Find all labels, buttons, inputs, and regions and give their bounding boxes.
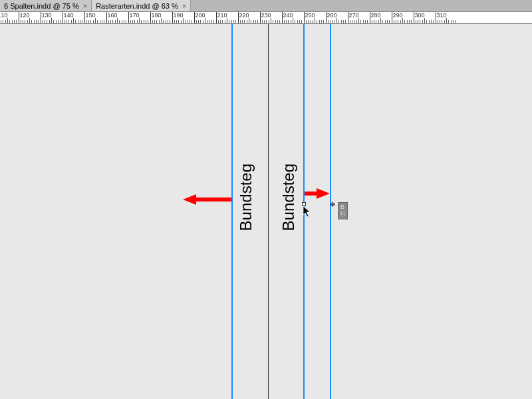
ruler-tick-minor bbox=[112, 20, 113, 23]
ruler-tick-minor bbox=[338, 20, 339, 23]
close-icon[interactable]: × bbox=[182, 2, 186, 10]
ruler-tick-minor bbox=[420, 20, 420, 23]
tab-bar: 6 Spalten.indd @ 75 % × Rasterarten.indd… bbox=[0, 0, 532, 12]
ruler-tick-minor bbox=[446, 18, 447, 23]
ruler-tick-minor bbox=[277, 20, 278, 23]
ruler-tick-minor bbox=[398, 20, 398, 23]
ruler-tick-minor bbox=[23, 20, 23, 23]
ruler-tick-minor bbox=[438, 20, 438, 23]
ruler-tick-minor bbox=[416, 20, 416, 23]
ruler-tick-minor bbox=[418, 20, 418, 23]
ruler-tick-minor bbox=[3, 20, 3, 23]
ruler-tick-minor bbox=[126, 20, 126, 23]
ruler-tick-minor bbox=[34, 20, 35, 23]
ruler-tick-minor bbox=[279, 20, 280, 23]
tab-label: Rasterarten.indd @ 63 % bbox=[96, 2, 178, 10]
ruler-tick-minor bbox=[58, 20, 59, 23]
ruler-tick-minor bbox=[308, 20, 309, 23]
measurement-tooltip: B H bbox=[338, 202, 348, 219]
tab-6spalten[interactable]: 6 Spalten.indd @ 75 % × bbox=[0, 0, 92, 11]
document-canvas[interactable]: Bundsteg Bundsteg ✥ B H bbox=[0, 24, 532, 399]
ruler-tick-minor bbox=[422, 20, 423, 23]
ruler-tick-minor bbox=[264, 20, 265, 23]
ruler-tick-minor bbox=[284, 20, 285, 23]
tab-rasterarten[interactable]: Rasterarten.indd @ 63 % × bbox=[92, 0, 191, 11]
ruler-tick-minor bbox=[5, 20, 6, 23]
ruler-tick-minor bbox=[117, 18, 118, 23]
ruler-tick-minor bbox=[400, 20, 401, 23]
ruler-tick-minor bbox=[207, 20, 207, 23]
ruler-tick-minor bbox=[218, 20, 219, 23]
ruler-tick-minor bbox=[372, 20, 372, 23]
ruler-tick-minor bbox=[378, 20, 379, 23]
ruler-tick-minor bbox=[448, 20, 449, 23]
ruler-tick-minor bbox=[440, 20, 440, 23]
ruler-tick-minor bbox=[231, 20, 232, 23]
ruler-tick-minor bbox=[233, 20, 234, 23]
ruler-tick-minor bbox=[360, 20, 361, 23]
ruler-tick-minor bbox=[122, 20, 122, 23]
arrow-left-icon bbox=[183, 194, 196, 205]
ruler-tick-minor bbox=[82, 20, 82, 23]
ruler-tick-minor bbox=[225, 20, 225, 23]
tab-label: 6 Spalten.indd @ 75 % bbox=[4, 2, 79, 10]
ruler-tick-minor bbox=[306, 20, 307, 23]
ruler-tick-minor bbox=[178, 20, 179, 23]
ruler-tick-minor bbox=[161, 18, 162, 23]
ruler-tick-minor bbox=[271, 18, 271, 23]
ruler-tick-minor bbox=[332, 20, 332, 23]
ruler-label: 110 bbox=[0, 12, 8, 19]
close-icon[interactable]: × bbox=[83, 2, 87, 10]
ruler-tick-minor bbox=[321, 20, 322, 23]
ruler-tick-minor bbox=[240, 20, 241, 23]
ruler-tick-minor bbox=[424, 18, 425, 23]
ruler-tick-minor bbox=[31, 20, 32, 23]
ruler-tick-minor bbox=[363, 20, 364, 23]
ruler-tick-minor bbox=[374, 20, 374, 23]
ruler-tick-minor bbox=[345, 20, 346, 23]
ruler-tick-minor bbox=[27, 20, 28, 23]
ruler-tick-minor bbox=[108, 20, 109, 23]
ruler-tick-minor bbox=[442, 20, 442, 23]
ruler-tick-minor bbox=[247, 20, 247, 23]
ruler-tick-minor bbox=[68, 20, 69, 23]
ruler-tick-minor bbox=[382, 20, 383, 23]
ruler-tick-minor bbox=[411, 20, 412, 23]
ruler-tick-minor bbox=[134, 20, 135, 23]
guide-handle[interactable] bbox=[302, 202, 306, 206]
ruler-tick-minor bbox=[93, 20, 94, 23]
ruler-tick-minor bbox=[132, 20, 133, 23]
arrow-right-icon bbox=[317, 188, 330, 199]
ruler-tick-minor bbox=[301, 20, 302, 23]
ruler-tick-minor bbox=[38, 20, 39, 23]
ruler-label: 230 bbox=[260, 12, 271, 19]
ruler-tick-minor bbox=[313, 20, 313, 23]
ruler-tick-minor bbox=[249, 18, 249, 23]
ruler-tick-minor bbox=[257, 20, 258, 23]
ruler-tick-minor bbox=[317, 20, 317, 23]
ruler-tick-minor bbox=[295, 20, 295, 23]
ruler-tick-minor bbox=[119, 20, 120, 23]
ruler-tick-minor bbox=[156, 20, 157, 23]
ruler-tick-minor bbox=[365, 20, 366, 23]
ruler-tick-minor bbox=[190, 20, 190, 23]
column-guide[interactable] bbox=[231, 24, 233, 399]
ruler-tick-minor bbox=[275, 20, 276, 23]
ruler-tick-minor bbox=[130, 20, 131, 23]
ruler-tick-minor bbox=[431, 20, 432, 23]
ruler-tick-minor bbox=[211, 20, 212, 23]
column-guide-selected[interactable] bbox=[330, 24, 331, 399]
ruler-tick-minor bbox=[235, 20, 236, 23]
horizontal-ruler[interactable]: 1001101201301401501601701801902002102202… bbox=[0, 12, 532, 24]
ruler-tick-minor bbox=[66, 20, 67, 23]
ruler-tick-minor bbox=[141, 20, 142, 23]
ruler-tick-minor bbox=[328, 20, 329, 23]
ruler-tick-minor bbox=[319, 20, 320, 23]
ruler-label: 150 bbox=[84, 12, 96, 19]
ruler-tick-minor bbox=[358, 18, 359, 23]
column-guide[interactable] bbox=[303, 24, 305, 399]
ruler-tick-minor bbox=[242, 20, 243, 23]
ruler-tick-minor bbox=[102, 20, 102, 23]
ruler-tick-minor bbox=[336, 18, 337, 23]
ruler-tick-minor bbox=[255, 20, 256, 23]
